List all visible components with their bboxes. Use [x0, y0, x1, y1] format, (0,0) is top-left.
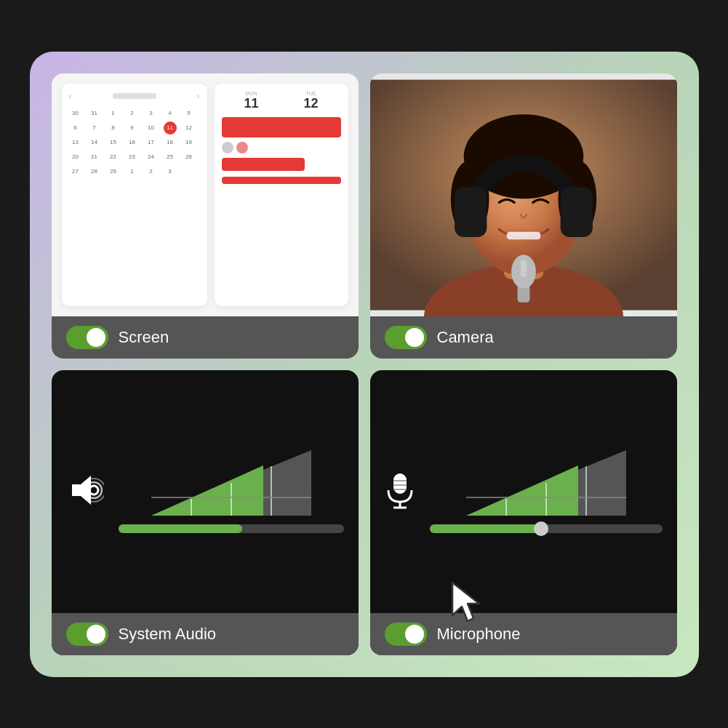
- cal-cell: 29: [107, 165, 120, 178]
- camera-toggle-bar: Camera: [370, 316, 677, 359]
- cal-cell: 22: [107, 151, 120, 164]
- cal-cell: 14: [88, 136, 101, 149]
- cal-cell: 31: [88, 107, 101, 120]
- sched-day-2: TUE 12: [281, 91, 341, 111]
- schedule-header: MON 11 TUE 12: [222, 91, 341, 111]
- screen-toggle-bar: Screen: [52, 316, 359, 359]
- cal-cell: 1: [107, 107, 120, 120]
- cal-cell: 16: [126, 136, 139, 149]
- cal-cell: 9: [126, 121, 139, 135]
- sched-day1-num: 11: [222, 96, 281, 111]
- microphone-label: Microphone: [437, 625, 521, 644]
- system-audio-card: System Audio: [52, 370, 359, 655]
- svg-rect-9: [506, 231, 540, 239]
- meter-ramp-svg: [119, 450, 344, 516]
- cal-cell: 2: [126, 107, 139, 120]
- screen-card: ‹ › 30 31 1 2 3 4 5 6 7 8: [52, 73, 359, 359]
- cal-cell: 25: [164, 151, 177, 164]
- svg-marker-20: [151, 465, 263, 516]
- cal-title-bar: [113, 93, 156, 99]
- mic-icon: [385, 471, 415, 512]
- sched-day-1: MON 11: [222, 91, 281, 111]
- cal-today: 11: [164, 121, 177, 135]
- mic-slider-track[interactable]: [430, 524, 663, 533]
- cal-grid: 30 31 1 2 3 4 5 6 7 8 9 10 11 12: [69, 107, 200, 178]
- cal-cell: 12: [183, 121, 196, 135]
- slider-track[interactable]: [119, 524, 344, 533]
- cal-cell: 18: [164, 136, 177, 149]
- cal-next[interactable]: ›: [197, 91, 200, 101]
- cal-cell: 2: [145, 165, 158, 178]
- sched-event-1: [222, 117, 341, 137]
- schedule-panel: MON 11 TUE 12: [215, 84, 348, 306]
- system-audio-toggle[interactable]: [66, 623, 108, 646]
- mic-ramp-svg: [430, 450, 663, 516]
- avatar-2: [236, 142, 248, 153]
- camera-label: Camera: [437, 328, 494, 347]
- cal-cell: 10: [145, 121, 158, 135]
- main-container: ‹ › 30 31 1 2 3 4 5 6 7 8: [30, 52, 699, 677]
- cal-cell: 28: [88, 165, 101, 178]
- mic-svg: [385, 471, 415, 509]
- cal-cell: 19: [183, 136, 196, 149]
- cal-header: ‹ ›: [69, 91, 200, 101]
- system-audio-label: System Audio: [119, 625, 217, 644]
- sched-event-2: [222, 158, 305, 171]
- cal-cell: 27: [69, 165, 82, 178]
- cal-cell: 24: [145, 151, 158, 164]
- mic-slider-thumb[interactable]: [534, 521, 548, 536]
- cal-cell: 5: [183, 107, 196, 120]
- cal-cell: 21: [88, 151, 101, 164]
- cal-cell: 8: [107, 121, 120, 135]
- sched-day2-num: 12: [281, 96, 341, 111]
- cal-cell: 23: [126, 151, 139, 164]
- cal-cell: 3: [164, 165, 177, 178]
- camera-toggle[interactable]: [385, 326, 427, 349]
- svg-marker-32: [466, 465, 578, 516]
- cal-cell: 6: [69, 121, 82, 135]
- svg-rect-10: [455, 187, 487, 237]
- cal-cell: 17: [145, 136, 158, 149]
- cal-cell: 15: [107, 136, 120, 149]
- mic-meter: [430, 450, 663, 533]
- avatar-1: [222, 142, 233, 153]
- camera-visual: [370, 73, 677, 316]
- cal-cell: 20: [69, 151, 82, 164]
- svg-rect-25: [393, 473, 407, 494]
- svg-rect-14: [520, 260, 526, 276]
- microphone-card: Microphone: [370, 370, 677, 655]
- microphone-toggle[interactable]: [385, 623, 427, 646]
- cal-prev[interactable]: ‹: [69, 91, 72, 101]
- system-audio-toggle-bar: System Audio: [52, 613, 359, 655]
- cal-cell: 30: [69, 107, 82, 120]
- mic-ramp-container: [430, 450, 663, 516]
- cal-cell: 1: [126, 165, 139, 178]
- screen-toggle[interactable]: [66, 326, 108, 349]
- microphone-content: [370, 370, 677, 613]
- cal-cell: 4: [164, 107, 177, 120]
- camera-card: Camera: [370, 73, 677, 359]
- meter-ramp-container: [119, 450, 344, 516]
- camera-preview: [370, 73, 677, 316]
- screen-preview: ‹ › 30 31 1 2 3 4 5 6 7 8: [52, 73, 359, 316]
- screen-label: Screen: [119, 328, 169, 347]
- slider-fill: [119, 524, 243, 533]
- system-audio-meter: [119, 450, 344, 533]
- calendar-widget: ‹ › 30 31 1 2 3 4 5 6 7 8: [62, 84, 207, 306]
- speaker-svg: [66, 471, 104, 509]
- system-audio-content: [52, 370, 359, 613]
- sched-day2-label: TUE: [281, 91, 341, 96]
- cal-cell: 3: [145, 107, 158, 120]
- cal-cell: 26: [183, 151, 196, 164]
- cal-cell: 13: [69, 136, 82, 149]
- speaker-icon: [66, 471, 104, 512]
- microphone-toggle-bar: Microphone: [370, 613, 677, 655]
- sched-event-3: [222, 177, 341, 184]
- svg-rect-11: [560, 187, 592, 237]
- mic-slider-fill: [430, 524, 542, 533]
- sched-avatars: [222, 142, 341, 153]
- sched-day1-label: MON: [222, 91, 281, 96]
- cal-cell: 7: [88, 121, 101, 135]
- cards-grid: ‹ › 30 31 1 2 3 4 5 6 7 8: [52, 73, 677, 655]
